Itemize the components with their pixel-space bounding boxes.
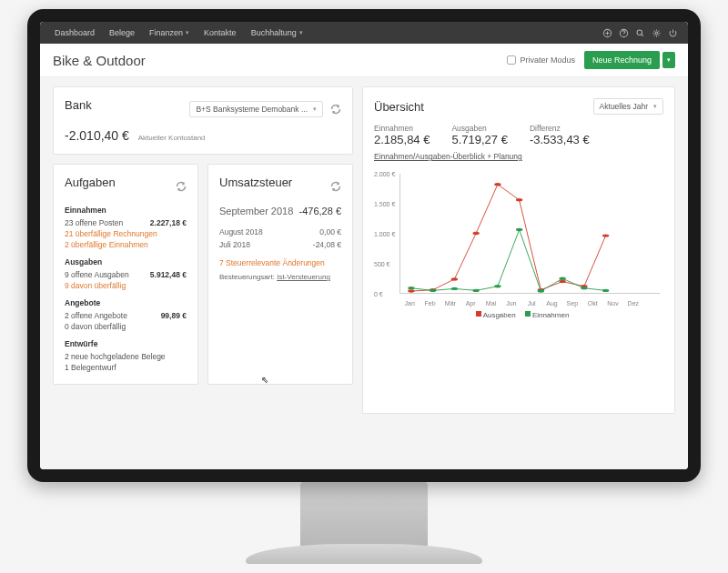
kpi: Differenz-3.533,43 € [530, 124, 590, 146]
task-line[interactable]: 9 davon überfällig [65, 280, 187, 291]
chevron-down-icon: ▾ [186, 29, 189, 36]
task-line[interactable]: 23 offene Posten2.227,18 € [65, 217, 187, 228]
svg-point-22 [581, 286, 587, 289]
tasks-title: Aufgaben [65, 176, 116, 189]
gear-icon[interactable] [648, 25, 664, 41]
svg-point-23 [602, 289, 609, 292]
svg-point-7 [472, 232, 479, 235]
svg-point-6 [451, 277, 458, 280]
x-tick-label: Dez [628, 300, 639, 307]
task-line[interactable]: 2 neue hochgeladene Belege [65, 351, 187, 362]
tasks-income-header: Einnahmen [65, 206, 187, 215]
kpi: Ausgaben5.719,27 € [451, 124, 507, 146]
top-navbar: Dashboard Belege Finanzen▾ Kontakte Buch… [40, 22, 688, 44]
svg-point-17 [472, 289, 479, 292]
vat-changes-link[interactable]: 7 Steuerrelevante Änderungen [219, 258, 341, 267]
period-select[interactable]: Aktuelles Jahr▾ [593, 98, 663, 115]
x-tick-label: Nov [607, 300, 618, 307]
chevron-down-icon: ▾ [653, 103, 657, 110]
svg-point-16 [451, 287, 458, 290]
tasks-drafts-header: Entwürfe [65, 339, 187, 348]
svg-point-4 [408, 289, 414, 292]
vat-card: Umsatzsteuer September 2018 -476,28 € Au… [207, 164, 353, 385]
x-tick-label: Feb [424, 300, 435, 307]
vat-history-row[interactable]: August 20180,00 € [219, 226, 341, 238]
bank-balance: -2.010,40 € Aktueller Kontostand [65, 128, 341, 143]
y-tick-label: 1.000 € [374, 231, 395, 237]
x-tick-label: Jan [405, 300, 415, 307]
svg-point-19 [516, 228, 522, 231]
overview-title: Übersicht [374, 100, 424, 114]
x-tick-label: Jun [506, 300, 516, 307]
chart-legend: Ausgaben Einnahmen [374, 311, 663, 319]
svg-point-8 [494, 183, 500, 186]
chevron-down-icon: ▾ [313, 106, 317, 113]
x-tick-label: Apr [466, 300, 476, 307]
x-tick-label: Sep [567, 300, 578, 307]
power-icon[interactable] [664, 25, 681, 41]
vat-title: Umsatzsteuer [219, 176, 292, 189]
legend-marker-ausgaben [476, 311, 481, 317]
private-mode-toggle[interactable]: Privater Modus [507, 55, 575, 65]
new-invoice-button[interactable]: Neue Rechnung [584, 51, 660, 69]
svg-point-20 [538, 289, 544, 292]
checkbox-icon[interactable] [507, 55, 516, 65]
svg-point-18 [494, 285, 500, 287]
svg-point-13 [602, 234, 609, 236]
vat-tax-type: Besteuerungsart: Ist-Versteuerung [219, 273, 341, 281]
vat-current-value: -476,28 € [299, 206, 341, 216]
legend-marker-einnahmen [525, 311, 531, 317]
overview-chart: 0 €500 €1.000 €1.500 €2.000 € JanFebMärA… [374, 174, 663, 319]
svg-point-2 [637, 30, 642, 35]
svg-point-3 [655, 32, 658, 35]
x-tick-label: Jul [528, 300, 536, 307]
task-line[interactable]: 2 offene Angebote99,89 € [65, 310, 187, 321]
task-line[interactable]: 0 davon überfällig [65, 321, 187, 332]
svg-point-9 [516, 198, 522, 201]
page-title: Bike & Outdoor [53, 53, 507, 68]
nav-belege[interactable]: Belege [102, 28, 142, 37]
bank-account-select[interactable]: B+S Banksysteme Demobank ...▾ [189, 101, 323, 117]
task-line[interactable]: 2 überfällige Einnahmen [65, 239, 187, 250]
refresh-icon[interactable] [330, 181, 341, 192]
refresh-icon[interactable] [176, 181, 187, 192]
svg-point-14 [408, 286, 414, 289]
refresh-icon[interactable] [330, 104, 341, 115]
kpi: Einnahmen2.185,84 € [374, 124, 430, 146]
svg-point-11 [559, 280, 565, 283]
bank-card: Bank B+S Banksysteme Demobank ...▾ -2.01… [53, 86, 353, 155]
vat-history-row[interactable]: Juli 2018-24,08 € [219, 238, 341, 251]
nav-kontakte[interactable]: Kontakte [197, 28, 244, 37]
overview-card: Übersicht Aktuelles Jahr▾ Einnahmen2.185… [362, 86, 675, 414]
add-icon[interactable] [599, 25, 615, 41]
private-mode-label: Privater Modus [520, 55, 575, 65]
x-tick-label: Aug [546, 300, 557, 307]
bank-title: Bank [65, 98, 92, 112]
balance-label: Aktueller Kontostand [138, 134, 206, 142]
chevron-down-icon: ▾ [299, 29, 303, 36]
tasks-expense-header: Ausgaben [65, 257, 187, 266]
tasks-card: Aufgaben Einnahmen 23 offene Posten2.227… [53, 164, 198, 385]
vat-tax-type-value[interactable]: Ist-Versteuerung [277, 273, 330, 281]
help-icon[interactable] [615, 25, 632, 41]
x-tick-label: Mär [445, 300, 456, 307]
y-tick-label: 2.000 € [374, 171, 395, 177]
task-line[interactable]: 9 offene Ausgaben5.912,48 € [65, 269, 187, 280]
nav-finanzen[interactable]: Finanzen▾ [142, 28, 197, 37]
svg-point-15 [430, 289, 436, 292]
task-line[interactable]: 21 überfällige Rechnungen [65, 228, 187, 239]
new-invoice-dropdown[interactable]: ▾ [662, 52, 675, 68]
task-line[interactable]: 1 Belegentwurf [65, 362, 187, 373]
y-tick-label: 0 € [374, 291, 383, 297]
svg-point-21 [559, 277, 565, 280]
y-tick-label: 500 € [374, 261, 390, 267]
nav-dashboard[interactable]: Dashboard [47, 28, 102, 37]
x-tick-label: Mai [486, 300, 496, 307]
vat-current-month: September 2018 [219, 206, 293, 216]
tasks-offers-header: Angebote [65, 298, 187, 307]
search-icon[interactable] [632, 25, 648, 41]
overview-planning-link[interactable]: Einnahmen/Ausgaben-Überblick + Planung [374, 152, 522, 161]
x-tick-label: Okt [588, 300, 598, 307]
nav-buchhaltung[interactable]: Buchhaltung▾ [244, 28, 310, 37]
page-header: Bike & Outdoor Privater Modus Neue Rechn… [40, 44, 688, 77]
